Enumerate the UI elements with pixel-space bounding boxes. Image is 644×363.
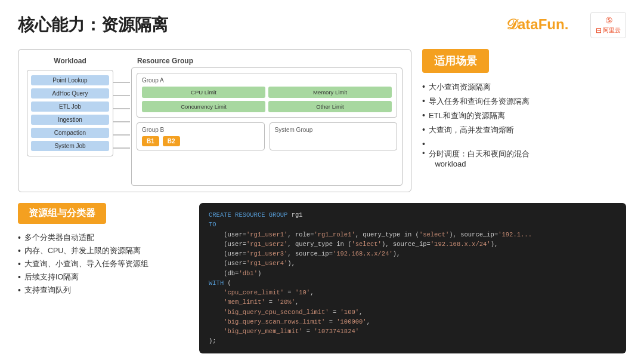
aliyun-text: ⊟ 阿里云 — [596, 26, 621, 35]
workload-column: Workload Point Lookup AdHoc Query ETL Jo… — [27, 57, 113, 186]
code-line-7: (db='db1') — [209, 269, 617, 278]
code-line-12: 'big_query_scan_rows_limit' = '100000', — [209, 317, 617, 327]
workload-title: Workload — [27, 57, 113, 65]
code-line-11: 'big_query_cpu_second_limit' = '100', — [209, 307, 617, 317]
scenario-item-1: 大小查询资源隔离 — [422, 80, 626, 94]
olympic-rings: ⑤ — [605, 16, 612, 25]
scenario-item-4: 大查询，高并发查询熔断 — [422, 123, 626, 137]
classifier-title-box: 资源组与分类器 — [18, 203, 106, 224]
resource-group-container: Group A CPU Limit Memory Limit Concurren… — [131, 67, 402, 186]
workload-item-system: System Job — [31, 141, 109, 151]
code-line-13: 'big_query_mem_limit' = '1073741824' — [209, 327, 617, 336]
scenario-title: 适用场景 — [434, 54, 477, 68]
scenario-list: 大小查询资源隔离 导入任务和查询任务资源隔离 ETL和查询的资源隔离 大查询，高… — [422, 80, 626, 170]
header-logos: 𝒟ataFun. ⑤ ⊟ 阿里云 — [506, 12, 626, 38]
scenario-item-3: ETL和查询的资源隔离 — [422, 109, 626, 123]
other-limit-box: Other Limit — [268, 101, 392, 112]
bottom-section: 资源组与分类器 多个分类器自动适配 内存、CPU、并发上限的资源隔离 大查询、小… — [18, 203, 626, 353]
scenario-box: 适用场景 大小查询资源隔离 导入任务和查询任务资源隔离 ETL和查询的资源隔离 … — [422, 49, 626, 192]
datafun-logo: 𝒟ataFun. — [506, 14, 583, 37]
group-a-label: Group A — [142, 77, 392, 84]
aliyun-logo: ⑤ ⊟ 阿里云 — [590, 12, 626, 38]
code-line-1: CREATE RESOURCE GROUP rg1 — [209, 210, 617, 220]
code-line-8: WITH ( — [209, 278, 617, 288]
b2-box: B2 — [163, 136, 180, 146]
scenario-item-5: • 分时调度：白天和夜间的混合 workload — [422, 137, 626, 170]
code-line-2: TO — [209, 220, 617, 229]
scenario-title-box: 适用场景 — [422, 49, 489, 73]
diagram-box: Workload Point Lookup AdHoc Query ETL Jo… — [18, 49, 411, 192]
group-b-label: Group B — [142, 127, 259, 133]
arrow-area — [113, 57, 131, 186]
group-b-items: B1 B2 — [142, 136, 259, 146]
scenario-item-2: 导入任务和查询任务资源隔离 — [422, 94, 626, 109]
classifier-list: 多个分类器自动适配 内存、CPU、并发上限的资源隔离 大查询、小查询、导入任务等… — [18, 231, 185, 297]
code-line-9: 'cpu_core_limit' = '10', — [209, 288, 617, 297]
group-a-limits: CPU Limit Memory Limit Concurrency Limit… — [142, 87, 392, 112]
group-system: System Group — [270, 122, 398, 150]
classifier-item-5: 支持查询队列 — [18, 284, 185, 297]
workload-item-point-lookup: Point Lookup — [31, 75, 109, 85]
svg-text:𝒟ataFun.: 𝒟ataFun. — [506, 16, 568, 32]
resource-group-title: Resource Group — [131, 57, 402, 65]
page-title: 核心能力：资源隔离 — [18, 14, 168, 36]
bottom-groups: Group B B1 B2 System Group — [137, 122, 397, 150]
page: 核心能力：资源隔离 𝒟ataFun. ⑤ ⊟ 阿里云 — [0, 0, 644, 363]
main-content: Workload Point Lookup AdHoc Query ETL Jo… — [18, 49, 626, 192]
code-line-3: (user='rg1_user1', role='rg1_role1', que… — [209, 230, 617, 239]
classifier-item-2: 内存、CPU、并发上限的资源隔离 — [18, 244, 185, 257]
workload-item-adhoc: AdHoc Query — [31, 88, 109, 99]
classifier-title: 资源组与分类器 — [29, 207, 95, 220]
group-b: Group B B1 B2 — [137, 122, 265, 150]
workload-item-compaction: Compaction — [31, 128, 109, 138]
memory-limit-box: Memory Limit — [268, 87, 392, 98]
workload-items-box: Point Lookup AdHoc Query ETL Job Ingesti… — [27, 70, 113, 156]
code-line-6: (user='rg1_user4'), — [209, 259, 617, 268]
classifier-item-1: 多个分类器自动适配 — [18, 231, 185, 244]
code-line-14: ); — [209, 336, 617, 346]
code-line-4: (user='rg1_user2', query_type in ('selec… — [209, 239, 617, 249]
code-box: CREATE RESOURCE GROUP rg1 TO (user='rg1_… — [199, 203, 626, 353]
classifier-item-3: 大查询、小查询、导入任务等资源组 — [18, 257, 185, 270]
workload-item-etl: ETL Job — [31, 101, 109, 112]
b1-box: B1 — [142, 136, 159, 146]
system-group-label: System Group — [275, 127, 392, 133]
concurrency-limit-box: Concurrency Limit — [142, 101, 265, 112]
code-line-5: (user='rg1_user3', source_ip='192.168.x.… — [209, 249, 617, 259]
header: 核心能力：资源隔离 𝒟ataFun. ⑤ ⊟ 阿里云 — [18, 12, 626, 38]
code-line-10: 'mem_limit' = '20%', — [209, 297, 617, 307]
group-a: Group A CPU Limit Memory Limit Concurren… — [137, 73, 397, 118]
classifier-box: 资源组与分类器 多个分类器自动适配 内存、CPU、并发上限的资源隔离 大查询、小… — [18, 203, 185, 353]
cpu-limit-box: CPU Limit — [142, 87, 265, 98]
classifier-item-4: 后续支持IO隔离 — [18, 270, 185, 284]
resource-group-column: Resource Group Group A CPU Limit Memory … — [131, 57, 402, 186]
workload-item-ingestion: Ingestion — [31, 115, 109, 125]
